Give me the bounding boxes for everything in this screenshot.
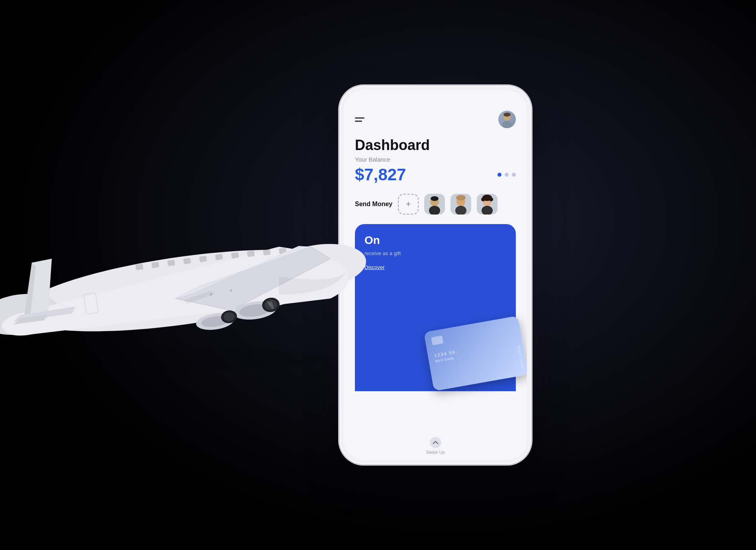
svg-point-8 [456, 195, 466, 201]
card-section-subtitle: receive as a gift [364, 250, 506, 256]
svg-point-5 [431, 196, 439, 201]
balance-row: $7,827 [355, 165, 516, 184]
swipe-up-area[interactable]: Swipe Up [426, 437, 445, 454]
card-type: DEBIT CARD [517, 346, 524, 369]
discover-link[interactable]: Discover [364, 264, 506, 270]
dashboard-title: Dashboard [355, 137, 516, 154]
svg-point-4 [429, 206, 440, 215]
svg-point-10 [482, 206, 493, 215]
dot-1[interactable] [497, 173, 501, 177]
contact-1-image [424, 194, 445, 215]
hamburger-line-1 [355, 117, 364, 119]
add-contact-button[interactable]: + [398, 194, 419, 215]
contact-avatar-1[interactable] [424, 194, 445, 215]
svg-point-2 [503, 113, 511, 117]
dot-2[interactable] [505, 173, 509, 177]
user-avatar[interactable] [498, 111, 516, 128]
phone-screen: Dashboard Your Balance $7,827 Send Money… [344, 90, 527, 460]
plus-icon: + [406, 200, 411, 209]
avatar-image [498, 111, 516, 128]
hamburger-line-2 [355, 121, 362, 122]
dot-3[interactable] [512, 173, 516, 177]
dashboard-content: Dashboard Your Balance $7,827 Send Money… [344, 133, 527, 391]
send-money-section: Send Money + [355, 194, 516, 215]
phone-frame: Dashboard Your Balance $7,827 Send Money… [340, 86, 531, 464]
status-bar [344, 90, 527, 107]
contact-3-image [477, 194, 497, 215]
card-chip [431, 335, 443, 345]
contact-avatar-3[interactable] [477, 194, 497, 215]
hamburger-menu-icon[interactable] [355, 117, 364, 122]
svg-point-12 [481, 197, 485, 201]
card-section: On receive as a gift Discover 1234 56- M… [355, 224, 516, 391]
contact-2-image [450, 194, 471, 215]
card-section-title: On [364, 234, 506, 247]
balance-label: Your Balance [355, 156, 516, 163]
send-money-label: Send Money [355, 201, 392, 208]
debit-card: 1234 56- MicX Gardy DEBIT CARD [424, 316, 527, 391]
chevron-up-icon [433, 441, 438, 445]
phone-container: Dashboard Your Balance $7,827 Send Money… [340, 86, 531, 464]
svg-point-7 [455, 206, 466, 215]
swipe-up-label: Swipe Up [426, 450, 445, 454]
svg-point-13 [489, 197, 493, 201]
balance-amount: $7,827 [355, 165, 406, 184]
contact-avatar-2[interactable] [450, 194, 471, 215]
top-nav [344, 107, 527, 133]
balance-dots [497, 173, 516, 177]
swipe-arrow-icon [430, 437, 441, 448]
svg-point-1 [502, 121, 512, 128]
